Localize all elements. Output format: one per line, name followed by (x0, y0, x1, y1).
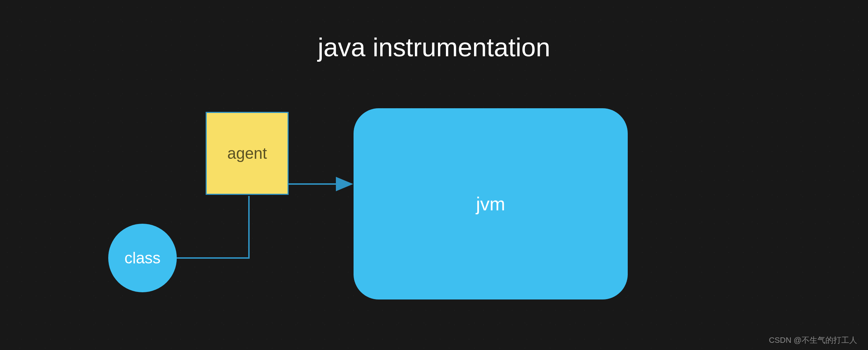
diagram-canvas: java instrumentation agent class jvm CSD… (0, 0, 868, 350)
class-node: class (108, 224, 177, 292)
watermark-text: CSDN @不生气的打工人 (769, 335, 857, 346)
diagram-title: java instrumentation (0, 32, 868, 62)
agent-label: agent (227, 144, 267, 162)
class-label: class (124, 249, 161, 267)
jvm-node: jvm (354, 108, 628, 299)
edge-class-to-agent (177, 196, 249, 258)
jvm-label: jvm (476, 193, 505, 215)
agent-node: agent (206, 112, 289, 195)
